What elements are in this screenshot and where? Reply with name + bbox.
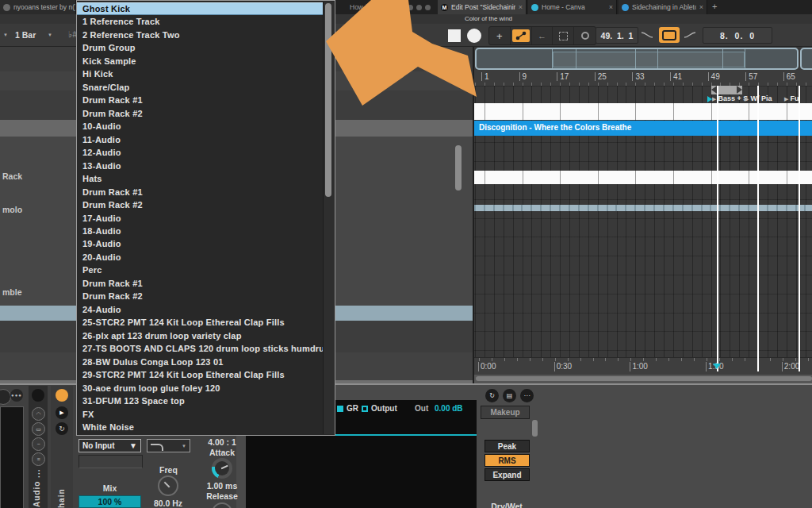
chevron-down-icon[interactable]: ▼: [3, 33, 8, 37]
dropdown-item[interactable]: Drum Rack #2: [77, 107, 324, 120]
dropdown-item[interactable]: 29-STCR2 PMT 124 Kit Loop Ethereal Clap …: [77, 368, 324, 381]
locator-label: W/ Pia: [750, 94, 772, 103]
locator-label: Bass + S: [718, 94, 748, 103]
drywet-label: Dry/Wet: [481, 502, 533, 508]
locator[interactable]: ▶Fu: [784, 94, 799, 103]
device-scrollbar[interactable]: [532, 420, 538, 437]
dropdown-item[interactable]: Hi Kick: [77, 67, 324, 80]
gr-indicator-icon[interactable]: [337, 406, 343, 412]
dropdown-item[interactable]: Drum Rack #1: [77, 186, 324, 198]
dropdown-item[interactable]: 18-Audio: [77, 225, 324, 237]
output-label[interactable]: Output: [371, 404, 397, 413]
dropdown-item[interactable]: 25-STCR2 PMT 124 Kit Loop Ethereal Clap …: [77, 316, 324, 329]
dropdown-item[interactable]: Snare/Clap: [77, 81, 324, 94]
punch-out-button[interactable]: [682, 28, 698, 42]
makeup-button[interactable]: Makeup: [481, 406, 530, 419]
dropdown-item[interactable]: Drum Rack #2: [77, 290, 324, 302]
gr-label[interactable]: GR: [347, 404, 358, 413]
tab-favicon: [531, 4, 538, 11]
browser-tab-left[interactable]: nyooans tester by n() ×: [0, 0, 76, 14]
browser-tab[interactable]: Home - Canva×: [528, 0, 617, 14]
eq-filter-select[interactable]: ▼: [147, 439, 190, 452]
follow-button[interactable]: [574, 27, 596, 44]
sidechain-input-select[interactable]: No Input ▼: [79, 439, 141, 452]
left-panel-scrollbar[interactable]: [455, 145, 462, 190]
bar-number: 65: [783, 72, 795, 81]
dropdown-item[interactable]: Kick Sample: [77, 55, 324, 67]
circle-icon: [581, 32, 589, 40]
dropdown-item[interactable]: Hats: [77, 172, 324, 185]
dropdown-item[interactable]: White Noise: [77, 421, 324, 433]
dropdown-item[interactable]: 31-DFUM 123 Space top: [77, 394, 324, 407]
quantize-menu[interactable]: 1 Bar: [15, 30, 36, 40]
dropdown-item[interactable]: Drum Rack #1: [77, 277, 324, 290]
dropdown-item[interactable]: 19-Audio: [77, 237, 324, 250]
draw-mode-button[interactable]: [553, 27, 574, 44]
loop-brace[interactable]: [711, 86, 742, 94]
dropdown-item[interactable]: 10-Audio: [77, 120, 324, 133]
horizontal-scrollbar[interactable]: [476, 376, 812, 381]
arrow-shape: [326, 0, 477, 106]
attack-value[interactable]: 1.00 ms: [198, 481, 246, 491]
new-tab-button[interactable]: +: [712, 2, 717, 11]
sidechain-sub-select[interactable]: [79, 455, 143, 468]
dropdown-item[interactable]: 11-Audio: [77, 133, 324, 146]
attack-knob[interactable]: [212, 458, 232, 479]
release-label: Release: [198, 491, 246, 501]
more-options-icon[interactable]: ⋯: [520, 389, 534, 402]
audio-clip[interactable]: Discognition - Where the Colors Breathe: [474, 121, 812, 136]
rms-button[interactable]: RMS: [485, 454, 530, 467]
arrangement-overview-end[interactable]: [800, 48, 812, 70]
dropdown-item[interactable]: 26-plx apt 123 drum loop variety clap: [77, 329, 324, 342]
mix-value[interactable]: 100 %: [79, 495, 141, 508]
track-name-fragment: molo: [2, 205, 22, 214]
clip-lane-white[interactable]: [474, 171, 812, 184]
browser-tab[interactable]: Sidechaining in Ableton 12: A×: [619, 0, 707, 14]
freq-knob[interactable]: [158, 475, 178, 496]
chevron-down-icon[interactable]: ▼: [48, 33, 52, 37]
freq-value[interactable]: 80.0 Hz: [143, 498, 193, 508]
dropdown-item[interactable]: Drum Rack #1: [77, 94, 324, 106]
dropdown-item[interactable]: Perc: [77, 264, 324, 276]
arrangement-position-display[interactable]: 49. 1. 1: [596, 27, 638, 44]
ratio-value[interactable]: 4.00 : 1: [198, 437, 246, 447]
dropdown-item[interactable]: 30-aoe drum loop glue foley 120: [77, 382, 324, 394]
hot-swap-icon[interactable]: ◠: [32, 407, 45, 421]
back-to-arrangement-button[interactable]: ←: [532, 27, 553, 44]
dropdown-item[interactable]: 1 Reference Track: [77, 15, 324, 28]
playhead-triangle-icon: [713, 364, 721, 369]
dropdown-item[interactable]: Drum Group: [77, 41, 324, 54]
dropdown-item[interactable]: 17-Audio: [77, 212, 324, 225]
dropdown-item[interactable]: 27-TS BOOTS AND CLAPS 120 drum loop stic…: [77, 342, 324, 355]
loop-button[interactable]: [659, 27, 680, 43]
dropdown-item[interactable]: 24-Audio: [77, 303, 324, 316]
dropdown-item[interactable]: Drum Rack #2: [77, 198, 324, 211]
screenshot-stage: nyooans tester by n() × How ( MEdit Post…: [0, 0, 812, 508]
clip-lane-slim[interactable]: [474, 205, 812, 211]
dropdown-item[interactable]: FX: [77, 408, 324, 421]
dropdown-item[interactable]: 12-Audio: [77, 146, 324, 159]
record-arm-icon[interactable]: ▭: [32, 422, 45, 436]
time-ruler[interactable]: 0:000:301:001:302:00: [474, 357, 812, 375]
dropdown-item[interactable]: 20-Audio: [77, 251, 324, 264]
expand-button[interactable]: Expand: [485, 468, 530, 481]
save-preset-icon[interactable]: ▤: [503, 389, 516, 402]
dropdown-item[interactable]: 13-Audio: [77, 160, 324, 172]
chain-activator-icon[interactable]: [32, 389, 44, 402]
dropdown-item[interactable]: 2 Reference Track Two: [77, 29, 324, 41]
peak-button[interactable]: Peak: [485, 440, 530, 452]
more-options-icon[interactable]: ●●●: [10, 389, 23, 402]
hot-swap-icon[interactable]: ↻: [485, 389, 499, 402]
tab-close-icon[interactable]: ×: [699, 3, 703, 11]
dropdown-item[interactable]: 28-BW Dulus Conga Loop 123 01: [77, 356, 324, 368]
minus-icon[interactable]: −: [32, 437, 45, 451]
device-activator-icon[interactable]: [56, 389, 68, 402]
out-value[interactable]: 0.00 dB: [435, 404, 463, 413]
hot-swap-icon[interactable]: ↻: [56, 422, 68, 435]
output-indicator-icon[interactable]: [362, 406, 368, 412]
play-icon[interactable]: ▶: [56, 406, 68, 419]
punch-in-button[interactable]: [639, 28, 655, 42]
tab-close-icon[interactable]: ×: [609, 3, 613, 11]
dropdown-item[interactable]: Ghost Kick: [77, 2, 324, 15]
loop-length-display[interactable]: 8. 0. 0: [703, 27, 772, 44]
